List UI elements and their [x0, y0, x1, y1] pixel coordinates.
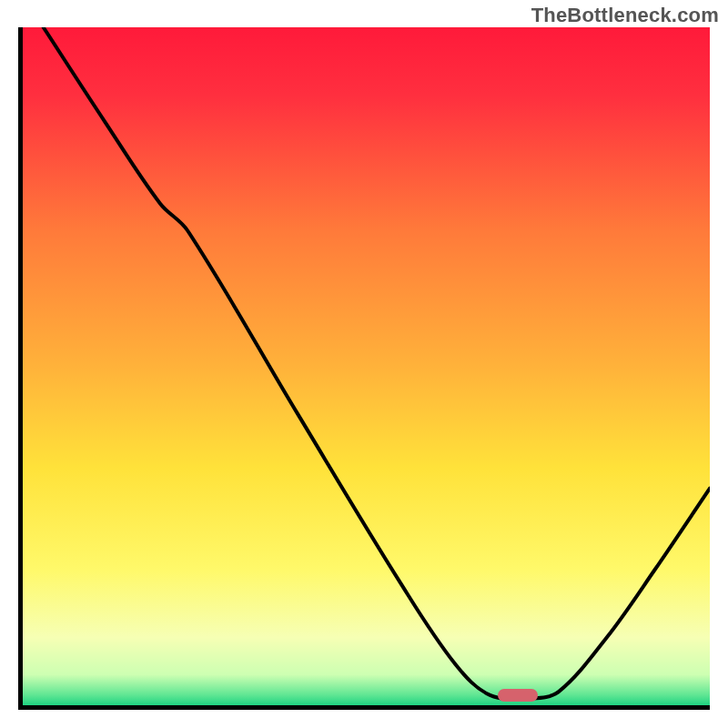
bottleneck-curve: [23, 27, 710, 705]
plot-area: [23, 27, 710, 705]
chart-container: TheBottleneck.com: [0, 0, 728, 728]
axes-frame: [18, 27, 710, 710]
watermark-text: TheBottleneck.com: [531, 4, 719, 27]
optimal-marker: [498, 689, 538, 702]
